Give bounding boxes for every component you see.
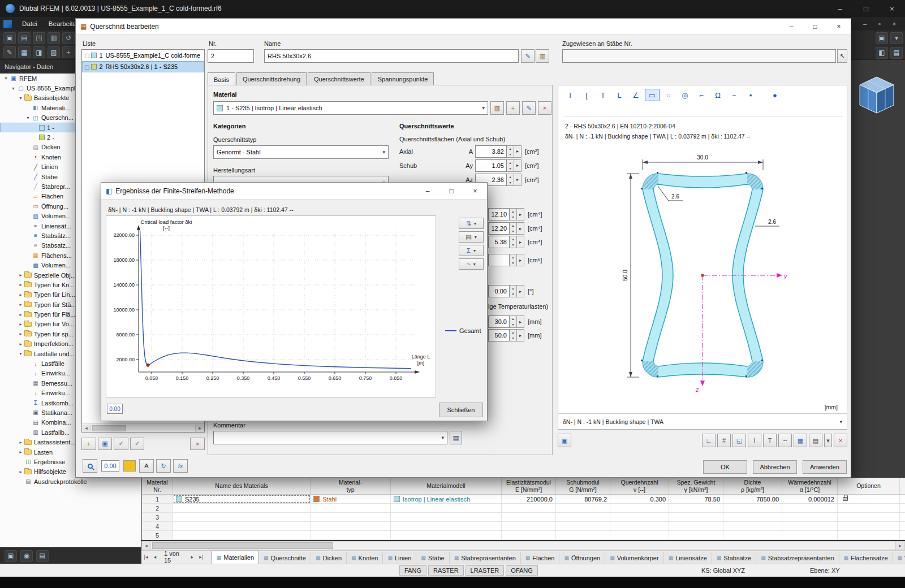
section-angle-icon[interactable]: L	[612, 89, 627, 101]
tree-expander-icon[interactable]: ▾	[24, 115, 32, 120]
dialog-titlebar[interactable]: ◧ Ergebnisse der Finite-Streifen-Methode…	[101, 183, 487, 200]
value-cell[interactable]	[669, 522, 723, 530]
material-type-cell[interactable]	[311, 513, 391, 521]
value-cell[interactable]: 80769.2	[556, 495, 610, 503]
child-minimize-button[interactable]: –	[857, 18, 872, 30]
slider-button[interactable]: ▸	[517, 285, 524, 297]
value-cell[interactable]	[669, 531, 723, 539]
color-swatch-button[interactable]	[123, 460, 136, 472]
section-t-icon[interactable]: T	[596, 89, 610, 101]
tab-querschnittswerte[interactable]: Querschnittswerte	[308, 72, 370, 85]
tree-expander-icon[interactable]: ▸	[17, 273, 24, 278]
views-button[interactable]: ▤	[890, 47, 903, 59]
table-tab-materialien[interactable]: ▦Materialien	[212, 551, 259, 564]
undo-button[interactable]: ↺	[62, 32, 75, 44]
tree-expander-icon[interactable]: ▸	[17, 469, 24, 474]
tab-spannungspunkte[interactable]: Spannungspunkte	[372, 72, 434, 85]
slider-button[interactable]: ▸	[517, 254, 524, 266]
spinner-control[interactable]: ▲▼	[510, 208, 517, 220]
list-item[interactable]: ▢1US-8555_Example1_C cold-forme	[82, 50, 204, 61]
dialog-maximize-button[interactable]: □	[439, 183, 463, 198]
camera-button[interactable]: ▤	[36, 550, 49, 562]
spinner-control[interactable]: ▲▼	[510, 254, 517, 266]
material-name-cell[interactable]: S235	[173, 495, 311, 503]
slider-button[interactable]: ▸	[517, 329, 524, 341]
scrollbar-thumb[interactable]	[152, 542, 333, 549]
value-cell[interactable]	[723, 531, 782, 539]
table-tab-querschnitte[interactable]: ▦Querschnitte	[259, 552, 311, 564]
value-cell[interactable]	[782, 531, 838, 539]
options-cell[interactable]	[838, 522, 900, 530]
table-tab-stabrepräsentanten[interactable]: ▦Stabrepräsentanten	[450, 552, 521, 564]
options-cell[interactable]	[838, 504, 900, 512]
comment-options-button[interactable]: ▤	[450, 431, 462, 444]
section-type-select[interactable]: Genormt - Stahl ▾	[213, 145, 389, 159]
close-button[interactable]: ×	[879, 0, 905, 17]
formula-button[interactable]: fx	[173, 459, 188, 473]
value-cell[interactable]	[502, 531, 556, 539]
material-model-cell[interactable]: Isotrop | Linear elastisch	[391, 495, 502, 503]
tree-expander-icon[interactable]: ▸	[17, 331, 24, 336]
slider-button[interactable]: ▸	[517, 236, 524, 248]
table-tab-volumenkörper[interactable]: ▦Volumenkörper	[605, 552, 664, 564]
material-model-cell[interactable]	[391, 522, 502, 530]
section-drawing[interactable]: 30.0 50.0 2.6 2.6 y z	[564, 153, 839, 402]
nr-field[interactable]: 2	[208, 49, 254, 63]
curve-settings-button[interactable]: ~▾	[459, 258, 484, 270]
new-section-button[interactable]: +	[81, 438, 96, 450]
tree-expander-icon[interactable]: ▾	[17, 351, 24, 356]
value-cell[interactable]	[502, 504, 556, 512]
grid-button[interactable]: ▦	[18, 46, 31, 58]
value-cell[interactable]	[556, 522, 610, 530]
tree-item[interactable]: ▤Ausdruckprotokolle	[0, 477, 141, 486]
section-z-icon[interactable]: ⌐	[694, 89, 709, 101]
fsm-value-field[interactable]: 0.00	[107, 404, 123, 414]
value-cell[interactable]	[610, 531, 669, 539]
table-row[interactable]: 4	[142, 522, 905, 531]
print-preview-button[interactable]: ▤	[809, 434, 822, 447]
section-rhs-icon[interactable]: ▭	[645, 89, 660, 101]
print-menu-button[interactable]: ▾	[824, 434, 832, 447]
value-cell[interactable]	[502, 522, 556, 530]
spinner-control[interactable]: ▲▼	[510, 236, 517, 248]
sum-curves-button[interactable]: Σ▾	[459, 245, 484, 256]
child-close-button[interactable]: ×	[887, 18, 902, 30]
snap-toggle-lraster[interactable]: LRASTER	[466, 565, 505, 576]
cancel-button[interactable]: Abbrechen	[753, 460, 797, 474]
child-restore-button[interactable]: ▫	[872, 18, 887, 30]
menu-datei[interactable]: Datei	[16, 19, 43, 29]
material-name-cell[interactable]	[173, 504, 311, 512]
ok-button[interactable]: OK	[703, 460, 747, 474]
dialog-maximize-button[interactable]: □	[803, 19, 827, 34]
table-tab-linien[interactable]: ▦Linien	[383, 552, 416, 564]
material-type-cell[interactable]	[311, 504, 391, 512]
dialog-minimize-button[interactable]: –	[416, 183, 439, 198]
value-cell[interactable]	[782, 504, 838, 512]
value-field[interactable]: 5.38	[488, 236, 510, 248]
tree-expander-icon[interactable]: ▸	[17, 302, 24, 307]
visibility-button[interactable]: ◉	[20, 550, 33, 562]
section-i-icon[interactable]: I	[563, 89, 578, 101]
table-tab-dicken[interactable]: ▦Dicken	[311, 552, 347, 564]
table-row[interactable]: 1S235StahlIsotrop | Linear elastisch2100…	[142, 495, 905, 504]
table-tab-volumensätze[interactable]: ▦Volumensätze	[893, 552, 905, 564]
value-cell[interactable]	[502, 513, 556, 521]
save-button[interactable]: ◳	[33, 32, 45, 44]
value-cell[interactable]	[723, 522, 782, 530]
value-cell[interactable]	[782, 522, 838, 530]
slider-button[interactable]: ▸	[517, 222, 524, 235]
table-tab-stäbe[interactable]: ▦Stäbe	[416, 552, 449, 564]
slider-button[interactable]: ▸	[517, 315, 524, 328]
value-cell[interactable]	[556, 504, 610, 512]
dialog-close-button[interactable]: ×	[463, 183, 487, 198]
section-user-defined-icon[interactable]: ●	[768, 89, 782, 101]
assigned-members-field[interactable]	[562, 49, 836, 63]
table-tab-liniensätze[interactable]: ▦Liniensätze	[664, 552, 712, 564]
dialog-minimize-button[interactable]: –	[779, 19, 803, 34]
copy-section-button[interactable]: ▣	[98, 438, 113, 450]
value-cell[interactable]	[610, 513, 669, 521]
value-cell[interactable]	[556, 513, 610, 521]
tab-querschnittsdrehung[interactable]: Querschnittsdrehung	[236, 72, 307, 85]
new-model-button[interactable]: ▣	[3, 32, 16, 44]
value-field[interactable]	[488, 254, 510, 266]
